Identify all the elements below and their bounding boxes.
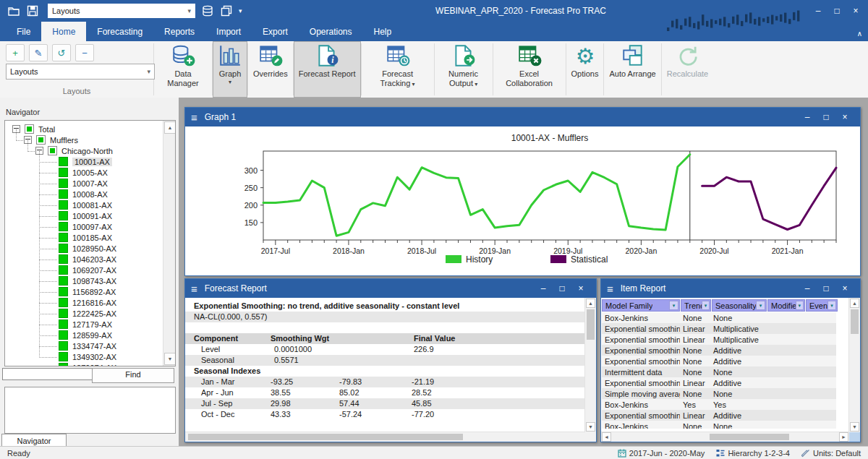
item-report-vscrollbar[interactable]: ▲ ▼ [848, 298, 860, 432]
hamburger-menu-icon[interactable]: ≡ [191, 283, 197, 295]
overrides-button[interactable]: Overrides [248, 41, 293, 98]
window-close-button[interactable]: × [846, 6, 865, 16]
column-header-event[interactable]: Event▾ [806, 299, 838, 312]
tree-item-100091-ax[interactable]: 100091-AX [5, 210, 163, 221]
excel-collaboration-button[interactable]: Excel Collaboration [493, 41, 566, 98]
scroll-down-icon[interactable]: ▼ [850, 422, 859, 432]
collapse-ribbon-icon[interactable]: ∧ [857, 30, 862, 38]
item-report-titlebar[interactable]: ≡ Item Report – □ × [601, 279, 860, 298]
tab-operations[interactable]: Operations [299, 22, 363, 41]
numeric-output-button[interactable]: Numeric Output ▾ [435, 41, 493, 98]
column-header-trend[interactable]: Trend▾ [681, 299, 711, 312]
forecast-report-titlebar[interactable]: ≡ Forecast Report – □ × [185, 279, 596, 298]
undo-layout-button[interactable]: ↺ [52, 44, 71, 61]
qat-more-icon[interactable]: ▾ [239, 7, 242, 14]
tree-item-1334747-ax[interactable]: 1334747-AX [5, 340, 163, 351]
tree-item-10001-ax[interactable]: 10001-AX [5, 156, 163, 167]
graph-button[interactable]: Graph ▾ [213, 41, 247, 98]
scroll-up-icon[interactable]: ▲ [586, 299, 595, 308]
scroll-up-icon[interactable]: ▲ [850, 299, 859, 308]
tree-item-127179-ax[interactable]: 127179-AX [5, 319, 163, 330]
save-icon[interactable] [26, 4, 39, 17]
forecast-tracking-button[interactable]: Forecast Tracking ▾ [362, 41, 434, 98]
tree-item-1069207-ax[interactable]: 1069207-AX [5, 265, 163, 275]
item-report-maximize-button[interactable]: □ [817, 283, 835, 293]
item-report-row[interactable]: Intermittent dataNoneNone [602, 366, 836, 377]
find-input[interactable] [2, 368, 93, 380]
tree-item-10007-ax[interactable]: 10007-AX [5, 178, 163, 189]
filter-dropdown-icon[interactable]: ▾ [756, 301, 765, 310]
item-report-row[interactable]: Exponential smoothingLinearAdditive [602, 377, 836, 388]
recalculate-button[interactable]: Recalculate [662, 41, 713, 98]
tree-item-10008-ax[interactable]: 10008-AX [5, 189, 163, 200]
column-header-seasonality[interactable]: Seasonality▾ [712, 299, 767, 312]
tree-item-100185-ax[interactable]: 100185-AX [5, 232, 163, 243]
tree-item-1222425-ax[interactable]: 1222425-AX [5, 308, 163, 319]
scroll-down-icon[interactable]: ▼ [586, 422, 595, 432]
remove-layout-button[interactable]: − [75, 44, 94, 61]
filter-dropdown-icon[interactable]: ▾ [827, 301, 836, 310]
forecast-report-minimize-button[interactable]: – [534, 283, 553, 293]
filter-dropdown-icon[interactable]: ▾ [702, 301, 710, 310]
tab-home[interactable]: Home [41, 22, 86, 41]
item-report-row[interactable]: Simple moving averageNoneNone [602, 388, 836, 399]
tree-item-1349302-ax[interactable]: 1349302-AX [5, 351, 163, 362]
copy-layout-icon[interactable] [220, 4, 233, 17]
tab-reports[interactable]: Reports [153, 22, 205, 41]
hamburger-menu-icon[interactable]: ≡ [191, 111, 197, 124]
scroll-left-icon[interactable]: ◄ [602, 432, 611, 442]
item-report-close-button[interactable]: × [835, 283, 854, 293]
item-report-row[interactable]: Exponential smoothingNoneAdditive [602, 356, 836, 366]
data-manager-button[interactable]: Data Manager [154, 41, 212, 98]
scroll-up-icon[interactable]: ▲ [164, 121, 176, 134]
forecast-report-maximize-button[interactable]: □ [553, 283, 571, 293]
tree-item-chicago-north[interactable]: Chicago-North [5, 145, 163, 156]
column-header-model-family[interactable]: Model Family▾ [602, 299, 680, 312]
graph-close-button[interactable]: × [835, 112, 854, 122]
tree-item-100081-ax[interactable]: 100081-AX [5, 200, 163, 210]
forecast-report-button[interactable]: iForecast Report [294, 41, 361, 98]
item-report-minimize-button[interactable]: – [798, 283, 817, 293]
find-button[interactable]: Find [92, 368, 174, 383]
graph-minimize-button[interactable]: – [798, 112, 817, 122]
tree-item-100097-ax[interactable]: 100097-AX [5, 221, 163, 232]
item-report-row[interactable]: Exponential smoothingLinearMultiplicativ… [602, 334, 836, 345]
filter-dropdown-icon[interactable]: ▾ [796, 301, 804, 310]
tree-item-10005-ax[interactable]: 10005-AX [5, 167, 163, 178]
tab-forecasting[interactable]: Forecasting [86, 22, 153, 41]
item-report-hscrollbar[interactable]: ◄ ► [601, 432, 849, 442]
item-report-row[interactable]: Box-JenkinsYesYes [602, 399, 836, 410]
tree-item-1028950-ax[interactable]: 1028950-AX [5, 243, 163, 254]
hamburger-menu-icon[interactable]: ≡ [607, 283, 613, 295]
item-report-row[interactable]: Exponential smoothingLinearAdditive [602, 410, 836, 421]
graph-window-titlebar[interactable]: ≡ Graph 1 – □ × [185, 108, 860, 126]
add-layout-button[interactable]: + [6, 44, 25, 61]
forecast-report-vscrollbar[interactable]: ▲ ▼ [584, 298, 596, 432]
window-restore-button[interactable]: □ [827, 6, 846, 16]
forecast-report-hscrollbar[interactable] [185, 432, 585, 442]
tree-item-1216816-ax[interactable]: 1216816-AX [5, 297, 163, 308]
tree-item-total[interactable]: Total [5, 124, 163, 134]
forecast-report-close-button[interactable]: × [571, 283, 590, 293]
scroll-down-icon[interactable]: ▼ [164, 353, 176, 365]
item-report-row[interactable]: Exponential smoothingNoneAdditive [602, 345, 836, 356]
tree-item-1098743-ax[interactable]: 1098743-AX [5, 275, 163, 286]
database-icon[interactable] [201, 4, 214, 17]
open-folder-icon[interactable] [7, 4, 20, 17]
tree-item-1379974-ax[interactable]: 1379974-AX [5, 362, 163, 366]
auto-arrange-button[interactable]: Auto Arrange [604, 41, 660, 98]
item-report-row[interactable]: Box-JenkinsNoneNone [602, 421, 836, 429]
window-minimize-button[interactable]: – [809, 6, 827, 16]
layouts-quick-combo[interactable]: Layouts ▾ [48, 4, 195, 18]
tab-export[interactable]: Export [252, 22, 299, 41]
graph-maximize-button[interactable]: □ [817, 112, 835, 122]
tab-help[interactable]: Help [363, 22, 403, 41]
tab-import[interactable]: Import [205, 22, 252, 41]
scroll-right-icon[interactable]: ► [839, 432, 848, 442]
tab-file[interactable]: File [6, 22, 41, 41]
item-report-row[interactable]: Box-JenkinsNoneNone [602, 312, 836, 323]
tree-item-128599-ax[interactable]: 128599-AX [5, 330, 163, 340]
edit-layout-button[interactable]: ✎ [29, 44, 48, 61]
navigator-bottom-tab[interactable]: Navigator [1, 434, 67, 447]
options-button[interactable]: ⚙Options [566, 41, 604, 98]
